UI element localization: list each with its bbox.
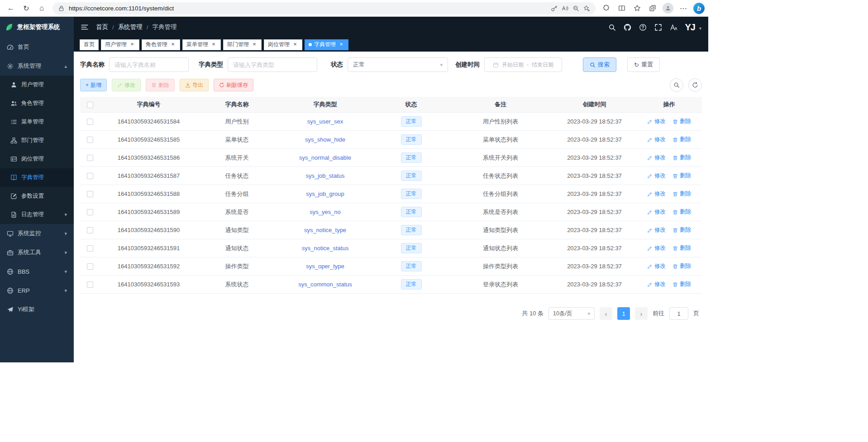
add-favorite-icon[interactable] bbox=[583, 5, 590, 12]
close-icon[interactable]: × bbox=[129, 42, 135, 48]
tab-role-mgmt[interactable]: 角色管理× bbox=[142, 39, 180, 50]
browser-menu-button[interactable]: ⋯ bbox=[676, 1, 691, 15]
row-edit-link[interactable]: 修改 bbox=[647, 226, 666, 234]
font-size-icon[interactable] bbox=[670, 24, 677, 31]
read-aloud-icon[interactable] bbox=[562, 5, 568, 12]
search-icon[interactable] bbox=[608, 24, 616, 31]
sidebar-item-param-settings[interactable]: 参数设置 bbox=[0, 187, 74, 205]
sidebar-item-dict-mgmt[interactable]: 字典管理 bbox=[0, 168, 74, 187]
split-screen-button[interactable] bbox=[615, 1, 629, 15]
row-checkbox[interactable] bbox=[87, 119, 93, 125]
sidebar-item-tools[interactable]: 系统工具 ▾ bbox=[0, 243, 74, 262]
help-icon[interactable] bbox=[639, 24, 647, 31]
select-all-checkbox[interactable] bbox=[87, 102, 93, 108]
row-delete-link[interactable]: 删除 bbox=[672, 280, 691, 288]
dict-type-link[interactable]: sys_oper_type bbox=[306, 263, 344, 270]
breadcrumb-home[interactable]: 首页 bbox=[96, 23, 108, 31]
url-text[interactable]: https://ccnetcore.com:1101/system/dict bbox=[69, 5, 547, 12]
home-button[interactable]: ⌂ bbox=[34, 1, 49, 15]
extensions-button[interactable] bbox=[599, 1, 614, 15]
zoom-icon[interactable] bbox=[572, 5, 579, 12]
refresh-table-button[interactable] bbox=[688, 78, 702, 92]
dict-type-link[interactable]: sys_notice_status bbox=[302, 245, 348, 252]
dict-type-link[interactable]: sys_show_hide bbox=[305, 136, 345, 143]
sidebar-item-dept-mgmt[interactable]: 部门管理 bbox=[0, 131, 74, 150]
close-icon[interactable]: × bbox=[210, 42, 217, 48]
add-button[interactable]: + 新增 bbox=[80, 79, 107, 91]
row-edit-link[interactable]: 修改 bbox=[647, 262, 666, 270]
row-delete-link[interactable]: 删除 bbox=[672, 136, 691, 143]
row-edit-link[interactable]: 修改 bbox=[647, 190, 666, 198]
bing-sidebar-button[interactable]: b bbox=[693, 3, 705, 14]
row-delete-link[interactable]: 删除 bbox=[672, 190, 691, 198]
dict-type-link[interactable]: sys_job_group bbox=[306, 190, 344, 197]
sidebar-item-system[interactable]: 系统管理 ▴ bbox=[0, 57, 74, 76]
row-checkbox[interactable] bbox=[87, 155, 93, 161]
breadcrumb-system[interactable]: 系统管理 bbox=[118, 23, 143, 31]
sidebar-item-user-mgmt[interactable]: 用户管理 bbox=[0, 76, 74, 94]
close-icon[interactable]: × bbox=[338, 42, 344, 48]
sidebar-item-yi-framework[interactable]: Yi框架 bbox=[0, 300, 74, 319]
row-delete-link[interactable]: 删除 bbox=[672, 118, 691, 125]
row-delete-link[interactable]: 删除 bbox=[672, 154, 691, 162]
row-checkbox[interactable] bbox=[87, 137, 93, 143]
row-checkbox[interactable] bbox=[87, 191, 93, 197]
export-button[interactable]: 导出 bbox=[180, 79, 209, 91]
fullscreen-icon[interactable] bbox=[654, 24, 662, 31]
tab-user-mgmt[interactable]: 用户管理× bbox=[101, 39, 139, 50]
row-checkbox[interactable] bbox=[87, 245, 93, 252]
status-select[interactable]: 正常 ▾ bbox=[348, 57, 448, 72]
dict-type-link[interactable]: sys_notice_type bbox=[304, 227, 346, 233]
row-edit-link[interactable]: 修改 bbox=[647, 136, 666, 143]
dict-type-input[interactable] bbox=[228, 57, 317, 72]
refresh-cache-button[interactable]: 刷新缓存 bbox=[214, 79, 253, 91]
favorites-button[interactable] bbox=[630, 1, 644, 15]
sidebar-item-log-mgmt[interactable]: 日志管理 ▾ bbox=[0, 205, 74, 224]
delete-button[interactable]: 删除 bbox=[146, 79, 175, 91]
row-checkbox[interactable] bbox=[87, 281, 93, 288]
close-icon[interactable]: × bbox=[170, 42, 176, 48]
dict-type-link[interactable]: sys_common_status bbox=[298, 281, 352, 288]
row-delete-link[interactable]: 删除 bbox=[672, 208, 691, 216]
row-edit-link[interactable]: 修改 bbox=[647, 118, 666, 125]
key-icon[interactable] bbox=[551, 5, 558, 12]
sidebar-item-monitor[interactable]: 系统监控 ▾ bbox=[0, 224, 74, 243]
dict-type-link[interactable]: sys_yes_no bbox=[310, 209, 341, 215]
row-delete-link[interactable]: 删除 bbox=[672, 226, 691, 234]
sidebar-item-menu-mgmt[interactable]: 菜单管理 bbox=[0, 113, 74, 131]
sidebar-item-post-mgmt[interactable]: 岗位管理 bbox=[0, 150, 74, 168]
tab-home[interactable]: 首页 bbox=[80, 39, 99, 50]
row-edit-link[interactable]: 修改 bbox=[647, 244, 666, 252]
hamburger-icon[interactable] bbox=[81, 23, 89, 31]
sidebar-item-home[interactable]: 首页 bbox=[0, 38, 74, 57]
date-range-picker[interactable]: 开始日期 - 结束日期 bbox=[484, 57, 562, 72]
close-icon[interactable]: × bbox=[292, 42, 298, 48]
row-checkbox[interactable] bbox=[87, 227, 93, 233]
row-edit-link[interactable]: 修改 bbox=[647, 280, 666, 288]
reset-button[interactable]: ↻ 重置 bbox=[627, 57, 660, 72]
current-page-button[interactable]: 1 bbox=[617, 307, 630, 320]
dict-type-link[interactable]: sys_user_sex bbox=[307, 118, 343, 125]
row-edit-link[interactable]: 修改 bbox=[647, 172, 666, 180]
profile-avatar[interactable] bbox=[663, 3, 673, 14]
row-checkbox[interactable] bbox=[87, 263, 93, 270]
collections-button[interactable] bbox=[645, 1, 660, 15]
github-icon[interactable] bbox=[624, 24, 631, 31]
dict-name-input[interactable] bbox=[109, 57, 189, 72]
tab-dict-mgmt[interactable]: 字典管理× bbox=[305, 39, 348, 50]
edit-button[interactable]: 修改 bbox=[112, 79, 141, 91]
reload-button[interactable]: ↻ bbox=[19, 1, 33, 15]
row-edit-link[interactable]: 修改 bbox=[647, 154, 666, 162]
tab-post-mgmt[interactable]: 岗位管理× bbox=[264, 39, 302, 50]
close-icon[interactable]: × bbox=[251, 42, 258, 48]
sidebar-item-role-mgmt[interactable]: 角色管理 bbox=[0, 94, 74, 113]
search-button[interactable]: 搜索 bbox=[583, 57, 616, 72]
back-button[interactable]: ← bbox=[4, 1, 18, 15]
sidebar-item-bbs[interactable]: BBS ▾ bbox=[0, 262, 74, 281]
dict-type-link[interactable]: sys_normal_disable bbox=[299, 154, 351, 161]
caret-down-icon[interactable]: ▾ bbox=[699, 26, 701, 32]
row-delete-link[interactable]: 删除 bbox=[672, 244, 691, 252]
sidebar-item-erp[interactable]: ERP ▾ bbox=[0, 281, 74, 300]
user-logo[interactable]: YJ bbox=[685, 23, 695, 32]
row-delete-link[interactable]: 删除 bbox=[672, 172, 691, 180]
